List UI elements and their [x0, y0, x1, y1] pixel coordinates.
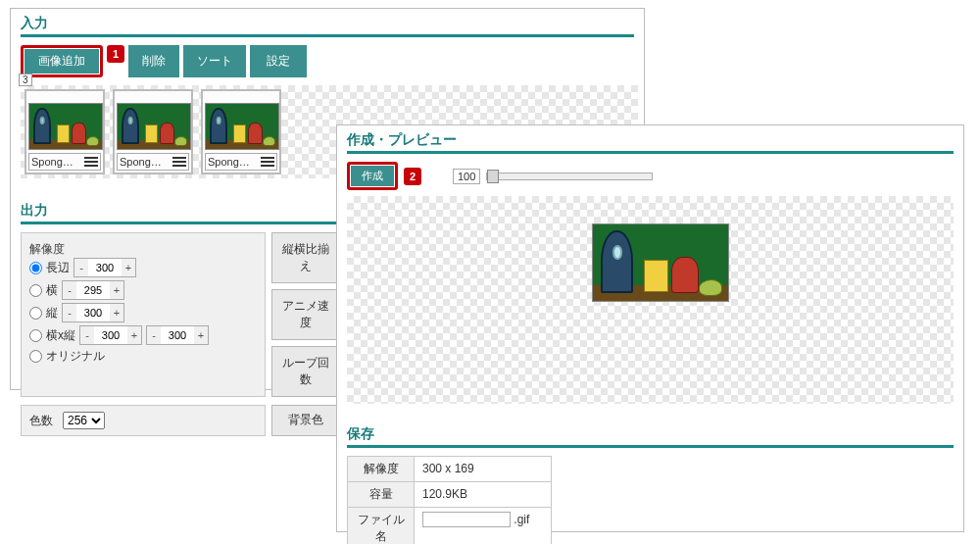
- preview-canvas: [347, 196, 954, 404]
- bg-color-button[interactable]: 背景色: [271, 405, 340, 436]
- inc-button[interactable]: +: [127, 326, 141, 344]
- add-image-button[interactable]: 画像追加: [24, 49, 99, 74]
- resolution-label: 解像度: [29, 241, 80, 258]
- divider: [347, 445, 954, 448]
- preview-section: 作成・プレビュー 作成 2 100: [337, 125, 963, 420]
- save-table: 解像度 300 x 169 容量 120.9KB ファイル名 .gif: [347, 456, 552, 544]
- highlight-make: 作成: [347, 162, 398, 190]
- save-res-value: 300 x 169: [415, 457, 552, 482]
- slider-value: 100: [453, 169, 480, 184]
- radio-width-input[interactable]: [29, 284, 42, 297]
- inc-button[interactable]: +: [122, 259, 135, 276]
- preview-title: 作成・プレビュー: [347, 131, 954, 149]
- radio-original[interactable]: オリジナル: [29, 348, 209, 365]
- wh-w-stepper[interactable]: -+: [79, 325, 142, 345]
- settings-button[interactable]: 設定: [250, 45, 307, 77]
- wh-h-value[interactable]: [161, 329, 194, 341]
- colors-label: 色数: [29, 413, 53, 429]
- sort-button[interactable]: ソート: [183, 45, 246, 77]
- thumbnail-image: [28, 103, 103, 150]
- save-res-label: 解像度: [348, 457, 415, 482]
- width-stepper[interactable]: -+: [62, 280, 124, 300]
- radio-height-input[interactable]: [29, 307, 42, 320]
- save-size-value: 120.9KB: [415, 482, 552, 508]
- inc-button[interactable]: +: [110, 304, 123, 321]
- save-size-label: 容量: [348, 482, 415, 508]
- radio-wh-input[interactable]: [29, 329, 42, 342]
- radio-width[interactable]: 横 -+: [29, 280, 209, 300]
- drag-handle-icon[interactable]: [261, 155, 274, 169]
- thumbnail-card[interactable]: Spong…: [201, 89, 281, 174]
- loop-count-button[interactable]: ループ回数: [271, 346, 340, 397]
- colors-select[interactable]: 256: [63, 412, 105, 429]
- filename-input[interactable]: [422, 512, 511, 527]
- divider: [21, 34, 634, 37]
- save-title: 保存: [347, 425, 954, 443]
- inc-button[interactable]: +: [110, 281, 123, 299]
- radio-height[interactable]: 縦 -+: [29, 303, 209, 322]
- thumb-count: 3: [19, 74, 32, 86]
- thumbnail-name: Spong…: [208, 156, 250, 168]
- radio-long-side[interactable]: 長辺 -+: [29, 258, 209, 277]
- progress-slider[interactable]: [486, 173, 653, 180]
- thumbnail-name: Spong…: [31, 156, 74, 168]
- right-panel: 作成・プレビュー 作成 2 100 保存 解像度 300 x 169: [336, 124, 964, 532]
- thumbnail-image: [117, 103, 191, 150]
- anim-speed-button[interactable]: アニメ速度: [271, 289, 340, 340]
- radio-long-input[interactable]: [29, 262, 42, 274]
- wh-h-stepper[interactable]: -+: [146, 325, 209, 345]
- save-file-cell: .gif: [415, 508, 552, 545]
- make-button[interactable]: 作成: [351, 166, 394, 186]
- save-section: 保存 解像度 300 x 169 容量 120.9KB ファイル名 .gif 保…: [337, 420, 963, 544]
- thumbnail-card[interactable]: Spong…: [24, 89, 105, 174]
- aspect-button[interactable]: 縦横比揃え: [271, 232, 340, 283]
- drag-handle-icon[interactable]: [172, 155, 186, 169]
- dec-button[interactable]: -: [63, 281, 76, 299]
- drag-handle-icon[interactable]: [84, 155, 98, 169]
- badge-1: 1: [107, 45, 124, 63]
- highlight-add-image: 画像追加: [21, 45, 103, 77]
- dec-button[interactable]: -: [147, 326, 161, 344]
- width-value[interactable]: [76, 284, 110, 296]
- radio-wh[interactable]: 横x縦 -+ -+: [29, 325, 209, 345]
- divider: [347, 151, 954, 154]
- delete-button[interactable]: 削除: [128, 45, 179, 77]
- preview-image: [592, 223, 729, 302]
- inc-button[interactable]: +: [194, 326, 208, 344]
- badge-2: 2: [404, 168, 421, 185]
- height-value[interactable]: [76, 307, 110, 319]
- dec-button[interactable]: -: [74, 259, 88, 276]
- long-value[interactable]: [88, 262, 122, 273]
- save-file-label: ファイル名: [348, 508, 415, 545]
- dec-button[interactable]: -: [80, 326, 94, 344]
- input-title: 入力: [21, 15, 634, 32]
- colors-box: 色数 256: [21, 405, 266, 436]
- table-row: ファイル名 .gif: [348, 508, 552, 545]
- file-ext: .gif: [514, 513, 529, 526]
- input-toolbar: 画像追加 1 削除 ソート 設定: [21, 45, 634, 77]
- height-stepper[interactable]: -+: [62, 303, 124, 322]
- table-row: 解像度 300 x 169: [348, 457, 552, 482]
- wh-w-value[interactable]: [94, 329, 127, 341]
- dec-button[interactable]: -: [63, 304, 76, 321]
- resolution-box: 解像度 長辺 -+ 横 -+ 縦 -+: [21, 232, 266, 397]
- table-row: 容量 120.9KB: [348, 482, 552, 508]
- thumbnail-card[interactable]: Spong…: [113, 89, 193, 174]
- radio-original-input[interactable]: [29, 350, 42, 363]
- progress-slider-wrap: 100: [453, 169, 653, 184]
- thumbnail-name: Spong…: [120, 156, 162, 168]
- long-stepper[interactable]: -+: [74, 258, 136, 277]
- thumbnail-image: [205, 103, 279, 150]
